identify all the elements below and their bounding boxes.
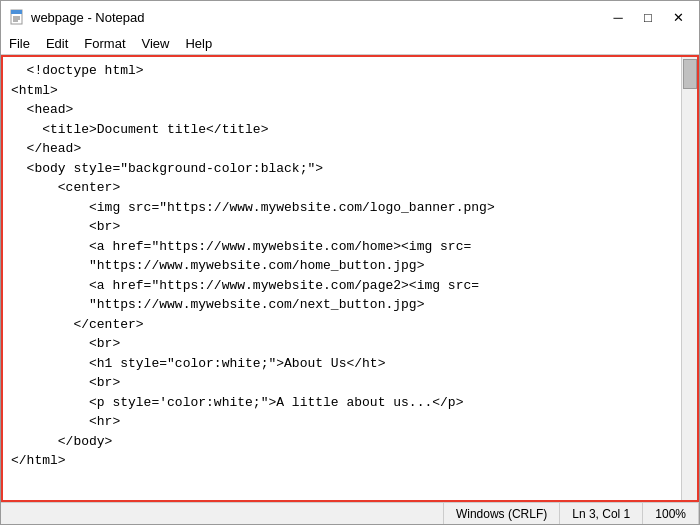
window-controls: ─ □ ✕ (605, 7, 691, 27)
menu-file[interactable]: File (1, 33, 38, 54)
status-zoom: 100% (643, 503, 699, 524)
window-title: webpage - Notepad (31, 10, 144, 25)
minimize-button[interactable]: ─ (605, 7, 631, 27)
maximize-button[interactable]: □ (635, 7, 661, 27)
menu-view[interactable]: View (134, 33, 178, 54)
status-spacer (1, 503, 444, 524)
menu-bar: File Edit Format View Help (1, 33, 699, 55)
menu-help[interactable]: Help (177, 33, 220, 54)
app-icon (9, 9, 25, 25)
scrollbar-vertical[interactable] (681, 57, 697, 500)
title-bar: webpage - Notepad ─ □ ✕ (1, 1, 699, 33)
svg-rect-1 (11, 10, 22, 14)
status-bar: Windows (CRLF) Ln 3, Col 1 100% (1, 502, 699, 524)
content-area: <!doctype html> <html> <head> <title>Doc… (1, 55, 699, 502)
status-line-ending: Windows (CRLF) (444, 503, 560, 524)
title-bar-left: webpage - Notepad (9, 9, 144, 25)
menu-edit[interactable]: Edit (38, 33, 76, 54)
status-position: Ln 3, Col 1 (560, 503, 643, 524)
scroll-thumb[interactable] (683, 59, 697, 89)
menu-format[interactable]: Format (76, 33, 133, 54)
notepad-window: webpage - Notepad ─ □ ✕ File Edit Format… (0, 0, 700, 525)
text-editor[interactable]: <!doctype html> <html> <head> <title>Doc… (3, 57, 681, 500)
close-button[interactable]: ✕ (665, 7, 691, 27)
